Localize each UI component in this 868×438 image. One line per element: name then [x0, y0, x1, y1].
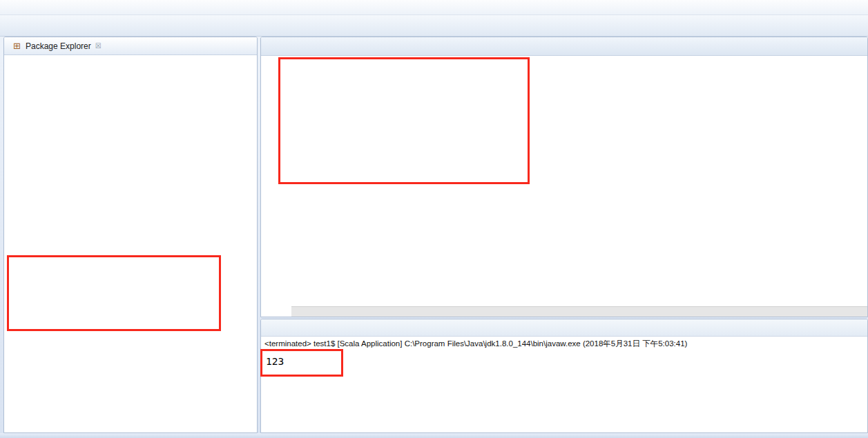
editor-area	[260, 37, 868, 317]
project-tree	[4, 55, 257, 432]
package-explorer-view: ⊞ Package Explorer ☒	[3, 37, 258, 433]
package-explorer-title: Package Explorer	[26, 41, 91, 51]
main-toolbar	[0, 15, 868, 37]
package-explorer-icon: ⊞	[11, 41, 23, 51]
workbench: ⊞ Package Explorer ☒ <terminated> te	[0, 37, 868, 433]
status-bar	[0, 433, 868, 438]
console-tab-bar	[261, 319, 867, 337]
editor-tab-bar	[261, 37, 867, 56]
close-view-icon[interactable]: ☒	[95, 42, 102, 50]
editor-column: <terminated> test1$ [Scala Application] …	[260, 37, 868, 433]
package-explorer-tab[interactable]: ⊞ Package Explorer ☒	[7, 39, 106, 53]
console-view: <terminated> test1$ [Scala Application] …	[260, 319, 868, 433]
menu-bar	[0, 0, 868, 15]
horizontal-scrollbar[interactable]	[291, 306, 867, 317]
console-status-line: <terminated> test1$ [Scala Application] …	[261, 337, 867, 350]
console-output[interactable]: 123	[261, 350, 867, 432]
eclipse-window: ⊞ Package Explorer ☒ <terminated> te	[0, 0, 868, 438]
code-editor[interactable]	[261, 56, 867, 306]
package-explorer-header: ⊞ Package Explorer ☒	[4, 37, 257, 55]
